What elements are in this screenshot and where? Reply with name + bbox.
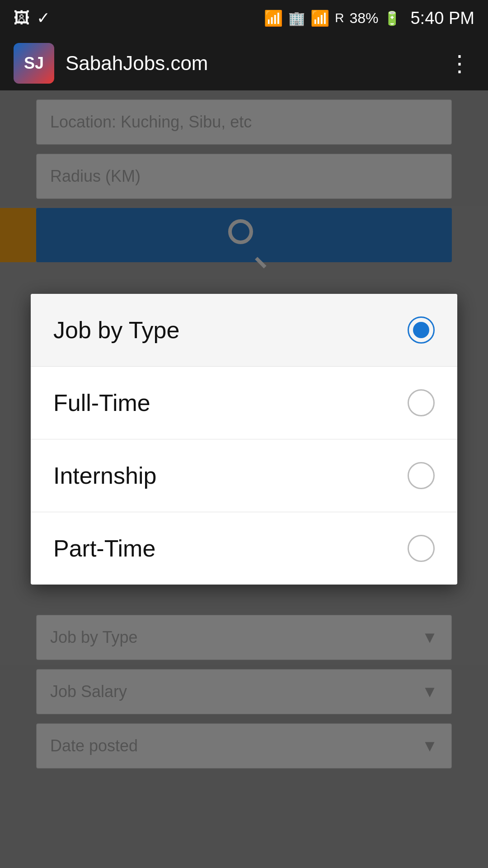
dialog-item-label-full-time: Full-Time xyxy=(53,389,150,416)
app-bar: SJ SabahJobs.com ⋮ xyxy=(0,36,488,90)
radio-part-time[interactable] xyxy=(408,535,435,562)
dialog-item-full-time[interactable]: Full-Time xyxy=(31,367,457,439)
time-display: 5:40 PM xyxy=(410,9,474,28)
building-icon: 🏢 xyxy=(288,10,305,26)
wifi-icon: 📶 xyxy=(264,9,283,27)
status-icons-right: 📶 🏢 📶 R 38% 🔋 5:40 PM xyxy=(264,9,474,28)
logo-text: SJ xyxy=(24,54,44,73)
status-icons-left: 🖼 ✓ xyxy=(14,9,50,28)
radio-full-time[interactable] xyxy=(408,389,435,416)
dialog-item-job-by-type[interactable]: Job by Type xyxy=(31,294,457,367)
signal-icon2: R xyxy=(335,11,344,25)
status-bar: 🖼 ✓ 📶 🏢 📶 R 38% 🔋 5:40 PM xyxy=(0,0,488,36)
battery-icon: 🔋 xyxy=(384,10,400,26)
dialog-item-label-job-by-type: Job by Type xyxy=(53,316,179,344)
background-content: Location: Kuching, Sibu, etc Radius (KM)… xyxy=(0,90,488,868)
battery-percent: 38% xyxy=(349,10,378,27)
more-options-button[interactable]: ⋮ xyxy=(444,46,474,81)
dialog-item-label-internship: Internship xyxy=(53,462,156,489)
radio-internship[interactable] xyxy=(408,462,435,489)
dialog-item-internship[interactable]: Internship xyxy=(31,439,457,512)
app-logo: SJ xyxy=(14,43,54,84)
dialog-item-part-time[interactable]: Part-Time xyxy=(31,512,457,585)
job-type-dialog: Job by Type Full-Time Internship Part-Ti… xyxy=(31,294,457,585)
signal-icon: 📶 xyxy=(310,9,329,27)
dialog-item-label-part-time: Part-Time xyxy=(53,535,155,562)
app-title: SabahJobs.com xyxy=(66,52,444,75)
radio-job-by-type[interactable] xyxy=(408,316,435,344)
image-icon: 🖼 xyxy=(14,9,30,28)
check-icon: ✓ xyxy=(37,9,50,28)
radio-inner-selected xyxy=(413,322,429,338)
